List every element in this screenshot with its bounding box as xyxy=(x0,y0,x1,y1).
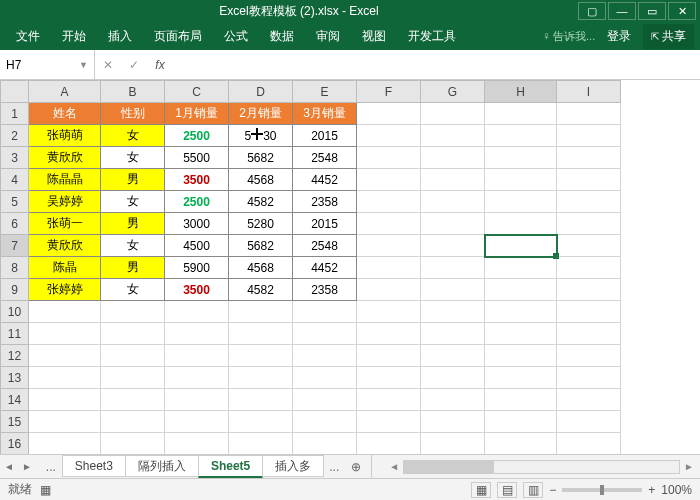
tab-view[interactable]: 视图 xyxy=(352,24,396,49)
cell-G5[interactable] xyxy=(421,191,485,213)
cell-F13[interactable] xyxy=(357,367,421,389)
name-box[interactable]: H7 ▼ xyxy=(0,50,95,79)
cell-A10[interactable] xyxy=(29,301,101,323)
cell-G6[interactable] xyxy=(421,213,485,235)
cell-B16[interactable] xyxy=(101,433,165,455)
cell-I5[interactable] xyxy=(557,191,621,213)
sheet-tab-Sheet5[interactable]: Sheet5 xyxy=(198,455,263,478)
cell-A11[interactable] xyxy=(29,323,101,345)
cell-A2[interactable]: 张萌萌 xyxy=(29,125,101,147)
select-all-corner[interactable] xyxy=(1,81,29,103)
cell-D14[interactable] xyxy=(229,389,293,411)
cell-B14[interactable] xyxy=(101,389,165,411)
cell-D13[interactable] xyxy=(229,367,293,389)
cell-A3[interactable]: 黄欣欣 xyxy=(29,147,101,169)
tell-me-icon[interactable]: ♀ xyxy=(542,29,551,43)
row-header-3[interactable]: 3 xyxy=(1,147,29,169)
cell-H9[interactable] xyxy=(485,279,557,301)
enter-icon[interactable]: ✓ xyxy=(121,58,147,72)
cell-E11[interactable] xyxy=(293,323,357,345)
cell-G10[interactable] xyxy=(421,301,485,323)
cell-F14[interactable] xyxy=(357,389,421,411)
cell-G8[interactable] xyxy=(421,257,485,279)
tab-review[interactable]: 审阅 xyxy=(306,24,350,49)
sheet-tab-隔列插入[interactable]: 隔列插入 xyxy=(125,455,199,477)
cell-D3[interactable]: 5682 xyxy=(229,147,293,169)
header-cell-C[interactable]: 1月销量 xyxy=(165,103,229,125)
cell-A5[interactable]: 吴婷婷 xyxy=(29,191,101,213)
cell-F15[interactable] xyxy=(357,411,421,433)
col-header-G[interactable]: G xyxy=(421,81,485,103)
ribbon-options-icon[interactable]: ▢ xyxy=(578,2,606,20)
tabs-more-left[interactable]: ... xyxy=(40,457,62,477)
cell-F5[interactable] xyxy=(357,191,421,213)
cell-A8[interactable]: 陈晶 xyxy=(29,257,101,279)
cell-B3[interactable]: 女 xyxy=(101,147,165,169)
cell-F3[interactable] xyxy=(357,147,421,169)
cell-C7[interactable]: 4500 xyxy=(165,235,229,257)
cell-G7[interactable] xyxy=(421,235,485,257)
header-cell-A[interactable]: 姓名 xyxy=(29,103,101,125)
cell-G12[interactable] xyxy=(421,345,485,367)
row-header-9[interactable]: 9 xyxy=(1,279,29,301)
cell-C15[interactable] xyxy=(165,411,229,433)
cell-I2[interactable] xyxy=(557,125,621,147)
horizontal-scrollbar[interactable]: ◄ ► xyxy=(383,460,700,474)
cell-B15[interactable] xyxy=(101,411,165,433)
cell-B10[interactable] xyxy=(101,301,165,323)
row-header-5[interactable]: 5 xyxy=(1,191,29,213)
cell-I6[interactable] xyxy=(557,213,621,235)
cell-G15[interactable] xyxy=(421,411,485,433)
cell-G3[interactable] xyxy=(421,147,485,169)
row-header-7[interactable]: 7 xyxy=(1,235,29,257)
cell-H8[interactable] xyxy=(485,257,557,279)
cell-D7[interactable]: 5682 xyxy=(229,235,293,257)
cell-C12[interactable] xyxy=(165,345,229,367)
cell-E13[interactable] xyxy=(293,367,357,389)
cell-F1[interactable] xyxy=(357,103,421,125)
col-header-C[interactable]: C xyxy=(165,81,229,103)
col-header-I[interactable]: I xyxy=(557,81,621,103)
tab-layout[interactable]: 页面布局 xyxy=(144,24,212,49)
macro-record-icon[interactable]: ▦ xyxy=(40,483,51,497)
cell-F6[interactable] xyxy=(357,213,421,235)
cell-B11[interactable] xyxy=(101,323,165,345)
cell-G4[interactable] xyxy=(421,169,485,191)
cell-I8[interactable] xyxy=(557,257,621,279)
tab-formulas[interactable]: 公式 xyxy=(214,24,258,49)
cell-C3[interactable]: 5500 xyxy=(165,147,229,169)
cell-I3[interactable] xyxy=(557,147,621,169)
cell-D5[interactable]: 4582 xyxy=(229,191,293,213)
cell-A6[interactable]: 张萌一 xyxy=(29,213,101,235)
cell-H14[interactable] xyxy=(485,389,557,411)
cell-G9[interactable] xyxy=(421,279,485,301)
cell-H2[interactable] xyxy=(485,125,557,147)
row-header-15[interactable]: 15 xyxy=(1,411,29,433)
cell-I9[interactable] xyxy=(557,279,621,301)
cell-G11[interactable] xyxy=(421,323,485,345)
scroll-left-icon[interactable]: ◄ xyxy=(389,461,399,472)
cell-C8[interactable]: 5900 xyxy=(165,257,229,279)
cell-G13[interactable] xyxy=(421,367,485,389)
cell-G14[interactable] xyxy=(421,389,485,411)
view-layout-icon[interactable]: ▤ xyxy=(497,482,517,498)
cell-D4[interactable]: 4568 xyxy=(229,169,293,191)
zoom-in-icon[interactable]: + xyxy=(648,483,655,497)
cell-D12[interactable] xyxy=(229,345,293,367)
cell-E16[interactable] xyxy=(293,433,357,455)
zoom-out-icon[interactable]: − xyxy=(549,483,556,497)
close-icon[interactable]: ✕ xyxy=(668,2,696,20)
cell-B2[interactable]: 女 xyxy=(101,125,165,147)
cell-E2[interactable]: 2015 xyxy=(293,125,357,147)
cell-A14[interactable] xyxy=(29,389,101,411)
scroll-right-icon[interactable]: ► xyxy=(684,461,694,472)
new-sheet-icon[interactable]: ⊕ xyxy=(345,457,367,477)
cell-I11[interactable] xyxy=(557,323,621,345)
cell-B9[interactable]: 女 xyxy=(101,279,165,301)
tab-insert[interactable]: 插入 xyxy=(98,24,142,49)
row-header-14[interactable]: 14 xyxy=(1,389,29,411)
row-header-1[interactable]: 1 xyxy=(1,103,29,125)
cell-A12[interactable] xyxy=(29,345,101,367)
cell-E6[interactable]: 2015 xyxy=(293,213,357,235)
cell-F8[interactable] xyxy=(357,257,421,279)
